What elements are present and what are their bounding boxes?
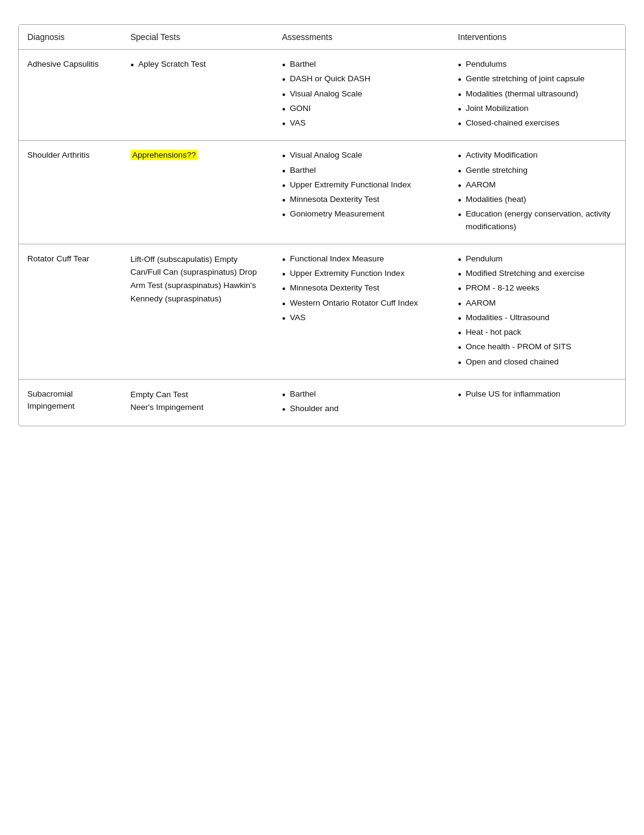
list-item: Functional Index Measure bbox=[282, 253, 441, 265]
cell-interventions: Pulse US for inflammation bbox=[449, 379, 625, 426]
list-item: Minnesota Dexterity Test bbox=[282, 282, 441, 294]
list-item: Upper Extremity Function Index bbox=[282, 267, 441, 280]
list-item: Visual Analog Scale bbox=[282, 88, 441, 100]
list-item: Pendulum bbox=[458, 253, 617, 265]
list-item: Gentle stretching of joint capsule bbox=[458, 73, 617, 85]
list-item: Western Ontario Rotator Cuff Index bbox=[282, 297, 441, 309]
header-diagnosis: Diagnosis bbox=[19, 25, 122, 50]
list-item: AAROM bbox=[458, 179, 617, 191]
table-row: Shoulder ArthritisApprehensions??Visual … bbox=[19, 141, 625, 244]
cell-special-tests: Apley Scratch Test bbox=[122, 50, 273, 141]
list-item: Shoulder and bbox=[282, 403, 441, 415]
header-assessments: Assessments bbox=[273, 25, 449, 50]
main-table-wrapper: Diagnosis Special Tests Assessments Inte… bbox=[18, 24, 626, 426]
cell-assessments: BarthelShoulder and bbox=[273, 379, 449, 426]
list-item: Education (energy conservation, activity… bbox=[458, 208, 617, 233]
list-item: GONI bbox=[282, 102, 441, 115]
table-row: Rotator Cuff TearLift-Off (subscapulatis… bbox=[19, 244, 625, 379]
cell-diagnosis: Rotator Cuff Tear bbox=[19, 244, 122, 379]
cell-assessments: BarthelDASH or Quick DASHVisual Analog S… bbox=[273, 50, 449, 141]
list-item: Open and closed chained bbox=[458, 356, 617, 368]
cell-interventions: PendulumsGentle stretching of joint caps… bbox=[449, 50, 625, 141]
cell-special-tests: Lift-Off (subscapulatis) Empty Can/Full … bbox=[122, 244, 273, 379]
table-row: Subacromial ImpingementEmpty Can TestNee… bbox=[19, 379, 625, 426]
highlighted-test: Apprehensions?? bbox=[130, 150, 198, 160]
list-item: Upper Extremity Functional Index bbox=[282, 179, 441, 191]
list-item: VAS bbox=[282, 117, 441, 129]
list-item: Modalities - Ultrasound bbox=[458, 312, 617, 324]
cell-special-tests: Apprehensions?? bbox=[122, 141, 273, 244]
header-special-tests: Special Tests bbox=[122, 25, 273, 50]
cell-interventions: Activity ModificationGentle stretchingAA… bbox=[449, 141, 625, 244]
list-item: VAS bbox=[282, 312, 441, 324]
table-row: Adhesive CapsulitisApley Scratch TestBar… bbox=[19, 50, 625, 141]
list-item: Visual Analog Scale bbox=[282, 149, 441, 161]
list-item: Modified Stretching and exercise bbox=[458, 267, 617, 280]
table-header-row: Diagnosis Special Tests Assessments Inte… bbox=[19, 25, 625, 50]
cell-diagnosis: Adhesive Capsulitis bbox=[19, 50, 122, 141]
cell-interventions: PendulumModified Stretching and exercise… bbox=[449, 244, 625, 379]
list-item: Heat - hot pack bbox=[458, 326, 617, 338]
list-item: Pulse US for inflammation bbox=[458, 388, 617, 400]
cell-assessments: Functional Index MeasureUpper Extremity … bbox=[273, 244, 449, 379]
list-item: Modalities (thermal ultrasound) bbox=[458, 88, 617, 100]
cell-diagnosis: Subacromial Impingement bbox=[19, 379, 122, 426]
list-item: Pendulums bbox=[458, 58, 617, 70]
list-item: PROM - 8-12 weeks bbox=[458, 282, 617, 294]
list-item: Minnesota Dexterity Test bbox=[282, 193, 441, 206]
diagnosis-table: Diagnosis Special Tests Assessments Inte… bbox=[19, 25, 625, 426]
list-item: Joint Mobilization bbox=[458, 102, 617, 115]
cell-special-tests: Empty Can TestNeer's Impingement bbox=[122, 379, 273, 426]
cell-assessments: Visual Analog ScaleBarthelUpper Extremit… bbox=[273, 141, 449, 244]
list-item: Barthel bbox=[282, 388, 441, 400]
header-interventions: Interventions bbox=[449, 25, 625, 50]
list-item: Goniometry Measurement bbox=[282, 208, 441, 220]
list-item: Once health - PROM of SITS bbox=[458, 341, 617, 353]
list-item: Gentle stretching bbox=[458, 164, 617, 176]
list-item: DASH or Quick DASH bbox=[282, 73, 441, 85]
list-item: Apley Scratch Test bbox=[130, 58, 265, 70]
list-item: Modalities (heat) bbox=[458, 193, 617, 206]
list-item: Barthel bbox=[282, 164, 441, 176]
plain-test-text: Empty Can TestNeer's Impingement bbox=[130, 388, 265, 414]
list-item: AAROM bbox=[458, 297, 617, 309]
cell-diagnosis: Shoulder Arthritis bbox=[19, 141, 122, 244]
list-item: Barthel bbox=[282, 58, 441, 70]
list-item: Activity Modification bbox=[458, 149, 617, 161]
plain-test-text: Lift-Off (subscapulatis) Empty Can/Full … bbox=[130, 253, 265, 305]
list-item: Closed-chained exercises bbox=[458, 117, 617, 129]
